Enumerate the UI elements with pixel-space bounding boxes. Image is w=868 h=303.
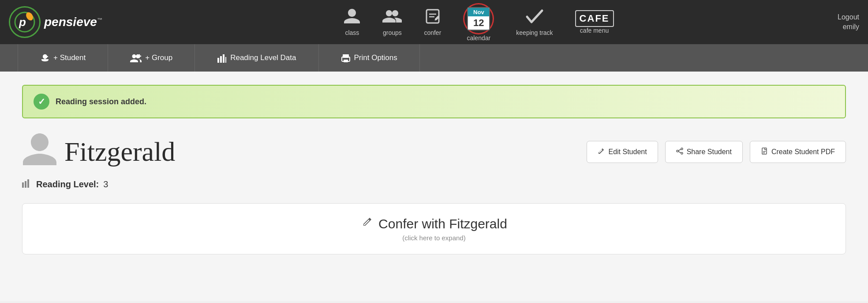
nav-item-keeping-track[interactable]: keeping track (516, 8, 553, 36)
svg-rect-10 (223, 54, 224, 63)
logout-button[interactable]: Logout (838, 13, 859, 21)
share-student-button[interactable]: Share Student (665, 141, 743, 163)
reading-level-data-button[interactable]: Reading Level Data (195, 44, 318, 72)
print-icon (341, 53, 351, 63)
class-icon (344, 8, 360, 28)
nav-item-cafe-menu[interactable]: CAFE cafe menu (575, 10, 614, 34)
confer-title: Confer with Fitzgerald (35, 216, 833, 231)
student-name: Fitzgerald (64, 136, 175, 167)
reading-level-label: Reading Level: (36, 179, 99, 189)
share-icon (676, 148, 683, 156)
nav-item-class[interactable]: class (344, 8, 360, 36)
confer-pencil-icon (361, 216, 373, 231)
svg-line-19 (678, 149, 681, 151)
svg-rect-9 (220, 56, 222, 63)
reading-level-icon (217, 53, 227, 63)
pdf-icon (761, 148, 768, 156)
create-student-pdf-button[interactable]: Create Student PDF (750, 141, 846, 163)
print-options-label: Print Options (354, 53, 397, 62)
nav-cafe-label: cafe menu (580, 27, 609, 34)
nav-groups-label: groups (383, 29, 402, 36)
reading-level-value: 3 (103, 179, 108, 189)
nav-right: Logout emily (838, 13, 859, 31)
nav-item-groups[interactable]: groups (382, 8, 402, 36)
top-navigation: p pensieve™ class groups co (0, 0, 868, 44)
logo-text: pensieve™ (44, 15, 102, 29)
print-options-button[interactable]: Print Options (319, 44, 420, 72)
svg-point-18 (677, 150, 678, 152)
student-name-area: Fitzgerald (22, 132, 175, 172)
calendar-icon: Nov 12 (467, 7, 490, 30)
svg-rect-14 (344, 60, 348, 62)
add-student-button[interactable]: + Student (18, 44, 108, 72)
add-student-label: + Student (53, 53, 86, 62)
student-avatar-icon (22, 132, 57, 172)
add-group-icon (130, 53, 142, 63)
logo[interactable]: p pensieve™ (9, 6, 102, 38)
svg-text:p: p (19, 15, 26, 29)
student-actions: Edit Student Share Student Create Studen… (587, 141, 846, 163)
svg-rect-25 (25, 181, 26, 188)
nav-items: class groups confer Nov 12 calendar (120, 3, 838, 42)
edit-icon (598, 148, 605, 156)
cafe-icon: CAFE (575, 10, 614, 27)
reading-level-data-label: Reading Level Data (230, 53, 296, 62)
nav-class-label: class (345, 29, 359, 36)
main-content: ✓ Reading session added. Fitzgerald Edit… (0, 72, 868, 301)
svg-rect-24 (22, 182, 24, 188)
svg-rect-26 (27, 179, 29, 188)
alert-check-icon: ✓ (34, 94, 49, 110)
calendar-day: 12 (468, 16, 489, 30)
confer-icon (425, 8, 441, 28)
svg-point-15 (348, 58, 349, 59)
username-display: emily (843, 23, 859, 31)
nav-keeping-track-label: keeping track (516, 29, 553, 36)
reading-level-display: Reading Level: 3 (22, 179, 846, 190)
calendar-circle-highlight: Nov 12 (463, 3, 494, 34)
svg-point-16 (681, 148, 683, 150)
svg-rect-21 (762, 148, 767, 154)
add-student-icon (40, 53, 50, 63)
svg-point-17 (681, 152, 683, 154)
svg-rect-11 (225, 57, 226, 63)
calendar-month: Nov (468, 8, 489, 16)
second-toolbar: + Student + Group Reading Level Data Pri… (0, 44, 868, 72)
edit-student-button[interactable]: Edit Student (587, 141, 658, 163)
groups-icon (382, 8, 402, 28)
add-group-button[interactable]: + Group (108, 44, 195, 72)
reading-level-bar-icon (22, 179, 32, 190)
alert-message: Reading session added. (56, 97, 146, 106)
logo-circle: p (9, 6, 41, 38)
nav-item-calendar[interactable]: Nov 12 calendar (463, 3, 494, 42)
confer-subtitle: (click here to expand) (35, 234, 833, 242)
success-alert: ✓ Reading session added. (22, 85, 846, 118)
student-header: Fitzgerald Edit Student Share Student Cr… (22, 132, 846, 172)
nav-confer-label: confer (424, 29, 441, 36)
add-group-label: + Group (145, 53, 172, 62)
svg-line-20 (678, 152, 681, 153)
nav-calendar-label: calendar (467, 34, 490, 42)
nav-item-confer[interactable]: confer (424, 8, 441, 36)
confer-section[interactable]: Confer with Fitzgerald (click here to ex… (22, 203, 846, 254)
svg-rect-8 (217, 58, 219, 63)
keeping-track-icon (525, 8, 544, 28)
